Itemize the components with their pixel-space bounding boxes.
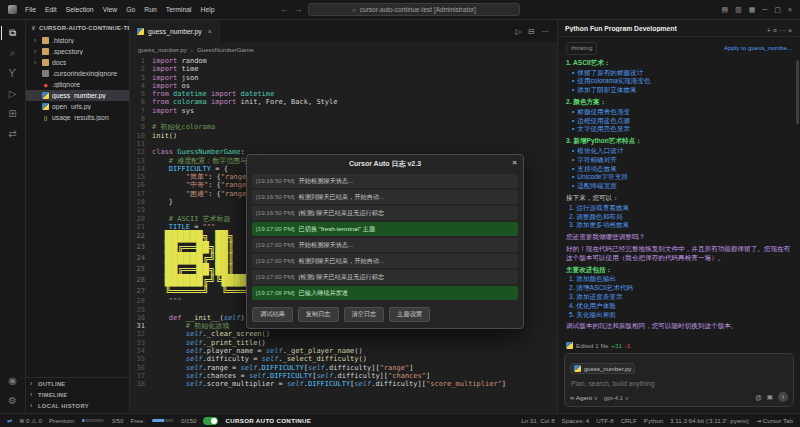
apply-link[interactable]: Apply to guess_numbe... <box>724 44 792 53</box>
toggle-secondary-sidebar-icon[interactable]: ▦ <box>749 6 756 14</box>
bullet-text: 添加了阴影立体效果 <box>577 86 636 95</box>
premium-count[interactable]: 3/50 <box>111 417 123 424</box>
chat-input[interactable]: guess_number.py Plan, search, build anyt… <box>564 353 794 407</box>
bullet-icon: • <box>572 69 574 78</box>
run-python-file-icon[interactable]: ▷ <box>515 27 521 36</box>
tree-item[interactable]: ›docs <box>26 57 129 68</box>
minimize-icon[interactable]: ─ <box>762 6 767 14</box>
send-button[interactable]: ↑ <box>778 392 788 402</box>
new-chat-icon[interactable]: + <box>766 27 772 34</box>
menu-go[interactable]: Go <box>126 6 135 13</box>
agent-mode-dropdown[interactable]: ∞ Agent ∨ <box>570 394 598 401</box>
tree-item[interactable]: ◆.gitignore <box>26 79 129 90</box>
image-icon[interactable]: ▣ <box>767 393 773 401</box>
cursor-tab[interactable]: ⇥ Cursor Tab <box>756 417 793 424</box>
thinking-block[interactable]: thinkingApply to guess_numbe... <box>566 42 792 55</box>
modal-button[interactable]: 调试结果 <box>252 307 293 322</box>
log-row: [19:17:08 PM]已输入继续并发送 <box>252 286 518 300</box>
tab-guess-number[interactable]: guess_number.py × <box>130 20 220 42</box>
code-editor[interactable]: 1import random2import time3import json4i… <box>130 56 557 413</box>
sidebar-sections: ›OUTLINE›TIMELINE›LOCAL HISTORY <box>26 377 129 413</box>
python-icon <box>574 365 581 372</box>
log-timestamp: [19:16:50 PM] <box>256 193 295 202</box>
chevron-down-icon: ∨ <box>31 24 36 32</box>
run-debug-icon[interactable]: ▷ <box>1 83 25 103</box>
auto-continue-toggle[interactable] <box>203 417 218 425</box>
line-number: 8 <box>130 115 152 123</box>
code-line: 4import os <box>130 82 557 90</box>
modal-button[interactable]: 主题设置 <box>389 307 430 322</box>
close-tab-icon[interactable]: × <box>208 28 212 35</box>
language-mode[interactable]: Python <box>644 417 663 424</box>
code-line: 3import json <box>130 74 557 82</box>
tree-item[interactable]: open_urls.py <box>26 101 129 112</box>
back-icon[interactable]: ← <box>280 5 288 14</box>
source-control-icon[interactable]: Ƴ <box>1 63 25 83</box>
command-search-box[interactable]: ⌕ cursor-auto-continue-test [Administrat… <box>308 3 520 16</box>
remote-indicator[interactable]: ⇄ <box>7 417 12 424</box>
free-label[interactable]: Free: <box>131 417 145 424</box>
tree-item[interactable]: guess_number.py <box>26 90 129 101</box>
breadcrumb-item[interactable]: guess_number.py <box>138 46 187 53</box>
edited-files-row[interactable]: Edited 1 file +31 -1 <box>558 340 800 351</box>
breadcrumb-item[interactable]: GuessNumberGame <box>197 46 254 53</box>
maximize-icon[interactable]: ▢ <box>774 6 781 14</box>
problems-indicator[interactable]: ⊗ 0 ⚠ 0 <box>19 417 42 424</box>
agent-label: Agent <box>576 394 592 401</box>
chat-numbered-item: 1. 运行游戏查看效果 <box>566 204 792 213</box>
interpreter[interactable]: 3.11.3 64-bit ('3.11.3': pyenv) <box>670 417 749 424</box>
auto-continue-label[interactable]: CURSOR AUTO CONTINUE <box>225 417 311 424</box>
chat-history-icon[interactable]: ≡ <box>772 27 778 34</box>
menu-help[interactable]: Help <box>200 6 214 13</box>
more-actions-icon[interactable]: ⋯ <box>542 27 550 36</box>
close-panel-icon[interactable]: × <box>787 27 793 34</box>
cursor-position[interactable]: Ln 31, Col 8 <box>521 417 554 424</box>
mention-icon[interactable]: @ <box>755 394 762 401</box>
search-icon[interactable]: ⌕ <box>1 43 25 63</box>
eol[interactable]: CRLF <box>621 417 637 424</box>
menu-terminal[interactable]: Terminal <box>166 6 192 13</box>
context-chip[interactable]: guess_number.py <box>570 363 635 374</box>
forward-icon[interactable]: → <box>294 5 302 14</box>
chevron-right-icon: › <box>34 48 39 55</box>
section-timeline[interactable]: ›TIMELINE <box>26 389 129 400</box>
log-message: [检测] 聊天已结束且无运行标志 <box>299 209 385 218</box>
model-dropdown[interactable]: gpt-4.1 ∨ <box>604 394 629 401</box>
line-text: import random <box>152 57 207 65</box>
remote-explorer-icon[interactable]: ⇄ <box>1 123 25 143</box>
more-options-icon[interactable]: ⋯ <box>778 27 787 34</box>
modal-button[interactable]: 清空日志 <box>344 307 385 322</box>
account-icon[interactable]: ◉ <box>1 370 25 390</box>
indentation[interactable]: Spaces: 4 <box>562 417 590 424</box>
toggle-panel-icon[interactable]: ▥ <box>735 6 742 14</box>
free-count[interactable]: 0/150 <box>181 417 196 424</box>
breadcrumb[interactable]: guess_number.py›GuessNumberGame <box>130 42 557 56</box>
premium-label[interactable]: Premium: <box>49 417 75 424</box>
settings-gear-icon[interactable]: ⚙ <box>1 390 25 410</box>
chat-bullet: •保留了原有的标题设计 <box>566 69 792 78</box>
split-editor-icon[interactable]: ⊟ <box>528 27 534 36</box>
explorer-icon[interactable]: ⧉ <box>1 23 25 43</box>
section-outline[interactable]: ›OUTLINE <box>26 378 129 389</box>
tree-item[interactable]: .cursorindexingignore <box>26 68 129 79</box>
tree-item-label: .cursorindexingignore <box>52 70 117 77</box>
extensions-icon[interactable]: ⊞ <box>1 103 25 123</box>
menu-selection[interactable]: Selection <box>66 6 94 13</box>
menu-run[interactable]: Run <box>144 6 156 13</box>
bullet-icon: • <box>572 77 574 86</box>
menu-file[interactable]: File <box>25 6 36 13</box>
tree-item[interactable]: ›.specstory <box>26 46 129 57</box>
log-message: 已切换 "fresh-terminal" 主题 <box>299 225 376 234</box>
dialog-close-icon[interactable]: × <box>512 158 517 167</box>
project-root[interactable]: ∨ CURSOR-AUTO-CONTINUE-TEST <box>26 20 129 35</box>
section-local-history[interactable]: ›LOCAL HISTORY <box>26 400 129 411</box>
menu-view[interactable]: View <box>103 6 118 13</box>
encoding[interactable]: UTF-8 <box>596 417 614 424</box>
tree-item[interactable]: {}usage_results.json <box>26 112 129 123</box>
tree-item[interactable]: ›.history <box>26 35 129 46</box>
toggle-primary-sidebar-icon[interactable]: ▤ <box>721 6 728 14</box>
chat-scrollbar[interactable] <box>796 60 799 124</box>
close-icon[interactable]: × <box>788 6 792 14</box>
menu-edit[interactable]: Edit <box>45 6 57 13</box>
modal-button[interactable]: 复制日志 <box>298 307 339 322</box>
